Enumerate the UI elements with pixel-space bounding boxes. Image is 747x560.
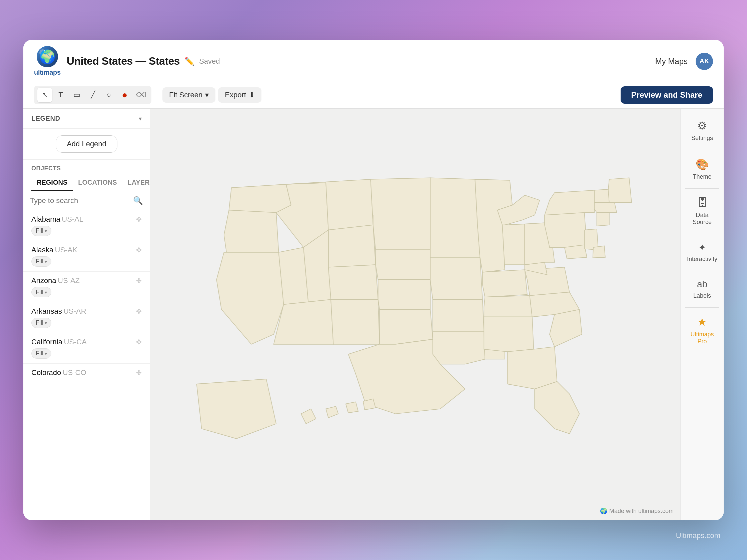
edit-icon[interactable]: ✏️ bbox=[184, 57, 195, 66]
search-input[interactable] bbox=[30, 196, 129, 205]
state-pa[interactable] bbox=[545, 212, 587, 247]
line-tool[interactable]: ╱ bbox=[85, 88, 100, 102]
database-icon: 🗄 bbox=[697, 197, 707, 209]
sidebar-divider bbox=[685, 188, 719, 189]
map-watermark: 🌍 Made with ultimaps.com bbox=[600, 507, 674, 515]
export-icon: ⬇ bbox=[249, 91, 255, 99]
text-tool[interactable]: T bbox=[53, 88, 68, 102]
state-ne[interactable] bbox=[376, 250, 430, 279]
region-settings-icon[interactable]: ✤ bbox=[136, 277, 142, 285]
state-fl[interactable] bbox=[535, 381, 579, 434]
state-ca[interactable] bbox=[216, 252, 283, 344]
tab-layers[interactable]: LAYERS bbox=[122, 175, 150, 191]
state-hi3[interactable] bbox=[345, 402, 358, 413]
export-label: Export bbox=[225, 91, 246, 99]
state-de[interactable] bbox=[593, 246, 605, 258]
list-item: California US-CA ✤ Fill ▾ bbox=[23, 333, 150, 364]
state-hi[interactable] bbox=[301, 409, 316, 424]
add-legend-button[interactable]: Add Legend bbox=[56, 135, 118, 153]
rect-tool[interactable]: ▭ bbox=[69, 88, 84, 102]
state-ia[interactable] bbox=[430, 225, 480, 257]
state-ar[interactable] bbox=[433, 299, 484, 332]
avatar[interactable]: AK bbox=[696, 53, 713, 70]
region-settings-icon[interactable]: ✤ bbox=[136, 215, 142, 223]
my-maps-link[interactable]: My Maps bbox=[655, 57, 688, 66]
fill-badge[interactable]: Fill ▾ bbox=[31, 226, 51, 236]
sidebar-tool-ultimaps-pro[interactable]: ★ Ultimaps Pro bbox=[684, 310, 721, 350]
state-ny[interactable] bbox=[545, 190, 594, 215]
sidebar-tool-interactivity[interactable]: ✦ Interactivity bbox=[684, 237, 721, 268]
region-name: Arizona US-AZ bbox=[31, 276, 80, 285]
header-top: ultimaps United States — States ✏️ Saved… bbox=[23, 40, 724, 82]
color-tool[interactable]: ● bbox=[118, 88, 132, 102]
sidebar-divider bbox=[685, 150, 719, 150]
region-settings-icon[interactable]: ✤ bbox=[136, 246, 142, 254]
state-hi2[interactable] bbox=[326, 406, 338, 418]
state-il[interactable] bbox=[477, 225, 505, 272]
state-ks[interactable] bbox=[378, 280, 430, 309]
export-button[interactable]: Export ⬇ bbox=[218, 87, 261, 103]
labels-icon: ab bbox=[697, 279, 707, 290]
state-wy[interactable] bbox=[328, 225, 376, 267]
header-right: My Maps AK bbox=[655, 53, 713, 70]
state-ky[interactable] bbox=[482, 270, 527, 297]
fill-chevron-icon: ▾ bbox=[45, 320, 47, 326]
toolbar-separator bbox=[157, 90, 157, 100]
tab-regions[interactable]: REGIONS bbox=[31, 175, 73, 191]
state-sc[interactable] bbox=[549, 309, 582, 347]
state-ok[interactable] bbox=[380, 309, 433, 344]
left-sidebar: LEGEND ▾ Add Legend OBJECTS REGIONS LOCA… bbox=[23, 109, 150, 520]
state-co[interactable] bbox=[328, 265, 378, 299]
state-sd[interactable] bbox=[373, 215, 430, 250]
ultimaps-pro-label: Ultimaps Pro bbox=[687, 331, 718, 345]
state-in[interactable] bbox=[502, 224, 524, 270]
sidebar-divider bbox=[685, 271, 719, 271]
state-la[interactable] bbox=[433, 332, 485, 364]
state-mo[interactable] bbox=[430, 257, 483, 300]
fill-badge[interactable]: Fill ▾ bbox=[31, 318, 51, 328]
map-title: United States — States bbox=[67, 55, 180, 67]
theme-label: Theme bbox=[693, 174, 711, 180]
fill-badge[interactable]: Fill ▾ bbox=[31, 348, 51, 359]
state-mn[interactable] bbox=[430, 178, 478, 225]
sidebar-divider bbox=[685, 307, 719, 308]
sidebar-tool-theme[interactable]: 🎨 Theme bbox=[684, 153, 721, 186]
saved-status: Saved bbox=[199, 57, 220, 66]
fill-chevron-icon: ▾ bbox=[45, 351, 47, 356]
fill-badge[interactable]: Fill ▾ bbox=[31, 287, 51, 297]
state-me[interactable] bbox=[608, 178, 631, 203]
app-window: ultimaps United States — States ✏️ Saved… bbox=[23, 40, 724, 520]
circle-tool[interactable]: ○ bbox=[101, 88, 116, 102]
state-or[interactable] bbox=[224, 210, 279, 252]
region-name: Alaska US-AK bbox=[31, 246, 77, 254]
region-settings-icon[interactable]: ✤ bbox=[136, 338, 142, 346]
list-item: Alaska US-AK ✤ Fill ▾ bbox=[23, 241, 150, 272]
state-md[interactable] bbox=[564, 245, 587, 259]
sidebar-tool-settings[interactable]: ⚙ Settings bbox=[684, 114, 721, 147]
fill-badge[interactable]: Fill ▾ bbox=[31, 256, 51, 267]
erase-tool[interactable]: ⌫ bbox=[133, 88, 148, 102]
region-settings-icon[interactable]: ✤ bbox=[136, 369, 142, 377]
fit-screen-button[interactable]: Fit Screen ▾ bbox=[162, 87, 215, 103]
legend-header[interactable]: LEGEND ▾ bbox=[23, 109, 150, 129]
preview-share-button[interactable]: Preview and Share bbox=[621, 86, 713, 104]
state-ak[interactable] bbox=[197, 379, 276, 439]
region-name: Arkansas US-AR bbox=[31, 307, 86, 316]
sidebar-tool-labels[interactable]: ab Labels bbox=[684, 274, 721, 305]
sidebar-tool-datasource[interactable]: 🗄 Data Source bbox=[684, 191, 721, 231]
state-nm[interactable] bbox=[331, 299, 380, 344]
list-item: Arkansas US-AR ✤ Fill ▾ bbox=[23, 302, 150, 333]
legend-chevron-icon: ▾ bbox=[139, 115, 142, 122]
fill-chevron-icon: ▾ bbox=[45, 290, 47, 295]
select-tool[interactable]: ↖ bbox=[37, 88, 52, 102]
state-vt[interactable] bbox=[594, 189, 610, 202]
state-ct[interactable] bbox=[597, 211, 609, 226]
state-al[interactable] bbox=[484, 317, 534, 351]
state-tn[interactable] bbox=[484, 295, 532, 317]
fill-chevron-icon: ▾ bbox=[45, 228, 47, 234]
footer-watermark: Ultimaps.com bbox=[676, 531, 720, 540]
state-ga[interactable] bbox=[507, 347, 557, 389]
region-settings-icon[interactable]: ✤ bbox=[136, 307, 142, 315]
tab-locations[interactable]: LOCATIONS bbox=[73, 175, 122, 191]
main-content: LEGEND ▾ Add Legend OBJECTS REGIONS LOCA… bbox=[23, 109, 724, 520]
